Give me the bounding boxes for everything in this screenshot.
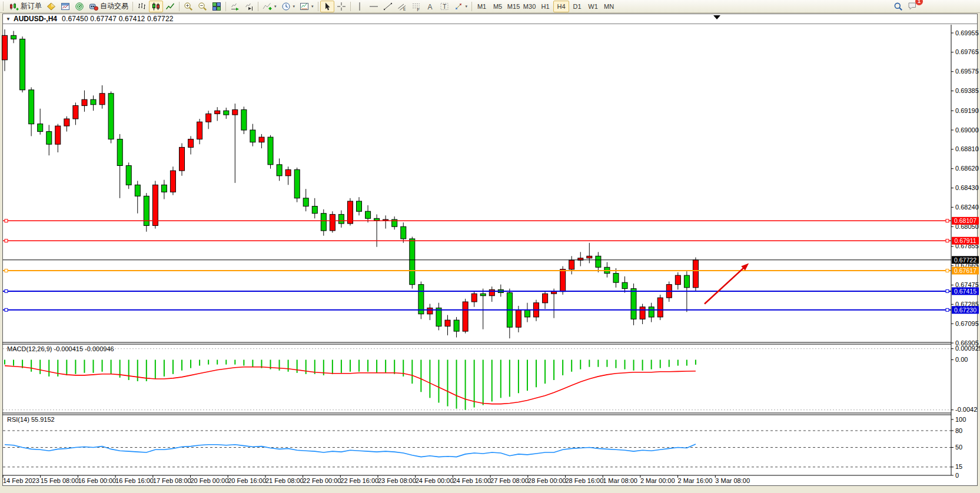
date-axis-label[interactable]: 20 Feb 16:00 bbox=[228, 477, 266, 484]
macd-axis-label: -0.0042 bbox=[955, 406, 977, 413]
timeframe-m1[interactable]: M1 bbox=[474, 1, 490, 12]
profiles-button[interactable] bbox=[44, 1, 58, 12]
date-axis-label[interactable]: 14 Feb 2023 bbox=[3, 477, 39, 484]
svg-text:T: T bbox=[443, 4, 446, 10]
line-handle[interactable] bbox=[946, 308, 949, 311]
timeframe-h1[interactable]: H1 bbox=[537, 1, 553, 12]
indicators-button[interactable]: ▾ bbox=[260, 1, 279, 12]
trendline-tool-button[interactable] bbox=[381, 1, 395, 12]
candle-body bbox=[516, 310, 521, 327]
candle-body bbox=[303, 198, 308, 206]
date-axis-label[interactable]: 28 Feb 16:00 bbox=[566, 477, 604, 484]
candle-body bbox=[401, 226, 406, 239]
timeframe-d1[interactable]: D1 bbox=[569, 1, 585, 12]
timeframe-h4[interactable]: H4 bbox=[553, 1, 569, 12]
templates-button[interactable]: ▾ bbox=[297, 1, 316, 12]
profiles-icon bbox=[46, 2, 56, 11]
date-axis-label[interactable]: 2 Mar 00:00 bbox=[640, 477, 675, 484]
autotrade-button[interactable]: 自动交易 bbox=[87, 1, 131, 12]
pane-resize-handle[interactable] bbox=[2, 413, 951, 415]
timeframe-m5[interactable]: M5 bbox=[490, 1, 506, 12]
date-axis-label[interactable]: 1 Mar 08:00 bbox=[603, 477, 637, 484]
zoom-out-button[interactable] bbox=[195, 1, 210, 12]
candle-body bbox=[684, 275, 689, 288]
price-axis-label: 0.67095 bbox=[955, 320, 979, 327]
date-axis-label[interactable]: 16 Feb 00:00 bbox=[78, 477, 116, 484]
vertical-line-tool-button[interactable] bbox=[353, 1, 367, 12]
date-axis-label[interactable]: 17 Feb 08:00 bbox=[153, 477, 191, 484]
timeframe-m30[interactable]: M30 bbox=[521, 1, 537, 12]
candle-body bbox=[348, 201, 353, 224]
line-handle[interactable] bbox=[5, 219, 8, 222]
new-order-icon bbox=[9, 2, 19, 11]
timeframe-w1[interactable]: W1 bbox=[585, 1, 601, 12]
candle-body bbox=[489, 289, 494, 295]
price-badge-label: 0.68107 bbox=[954, 217, 976, 224]
date-axis-label[interactable]: 22 Feb 00:00 bbox=[303, 477, 341, 484]
zoom-in-button[interactable] bbox=[181, 1, 195, 12]
line-handle[interactable] bbox=[5, 239, 8, 242]
crosshair-button[interactable] bbox=[334, 1, 348, 12]
line-handle[interactable] bbox=[946, 219, 949, 222]
candle-body bbox=[232, 110, 238, 115]
date-axis-label[interactable]: 22 Feb 16:00 bbox=[340, 477, 378, 484]
tile-windows-button[interactable] bbox=[210, 1, 224, 12]
line-handle[interactable] bbox=[5, 289, 8, 292]
line-chart-button[interactable] bbox=[163, 1, 177, 12]
cursor-button[interactable] bbox=[320, 1, 334, 12]
rsi-axis-label: 100 bbox=[955, 416, 966, 423]
line-handle[interactable] bbox=[5, 308, 8, 311]
line-handle[interactable] bbox=[946, 269, 949, 272]
candle-body bbox=[675, 275, 680, 285]
line-handle[interactable] bbox=[946, 289, 949, 292]
date-axis-label[interactable]: 2 Mar 16:00 bbox=[678, 477, 713, 484]
new-chart-button[interactable] bbox=[58, 1, 72, 12]
date-axis-label[interactable]: 23 Feb 08:00 bbox=[378, 477, 416, 484]
text-label-tool-button[interactable]: T bbox=[437, 1, 451, 12]
date-axis-label[interactable]: 3 Mar 08:00 bbox=[715, 477, 750, 484]
candle-body bbox=[374, 218, 380, 221]
timeframe-mn[interactable]: MN bbox=[601, 1, 617, 12]
date-axis-label[interactable]: 24 Feb 16:00 bbox=[453, 477, 491, 484]
date-axis-label[interactable]: 21 Feb 08:00 bbox=[265, 477, 304, 484]
candle-body bbox=[657, 298, 663, 317]
chart-canvas[interactable]: 0.699550.697650.695750.693850.691900.690… bbox=[0, 0, 980, 493]
line-handle[interactable] bbox=[5, 269, 8, 272]
strategy-tester-button[interactable] bbox=[72, 1, 87, 12]
pane-resize-handle[interactable] bbox=[2, 342, 951, 344]
new-order-button[interactable]: 新订单 bbox=[7, 1, 44, 12]
chart-shift-marker[interactable] bbox=[713, 15, 720, 19]
date-axis-label[interactable]: 24 Feb 00:00 bbox=[416, 477, 454, 484]
date-axis-label[interactable]: 15 Feb 08:00 bbox=[41, 477, 79, 484]
macd-axis-label: 0.000925 bbox=[955, 345, 980, 352]
text-tool-button[interactable]: A bbox=[423, 1, 437, 12]
date-axis-label[interactable]: 28 Feb 00:00 bbox=[528, 477, 566, 484]
date-axis-label[interactable]: 16 Feb 16:00 bbox=[115, 477, 154, 484]
svg-text:A: A bbox=[427, 2, 432, 11]
chevron-down-icon: ▾ bbox=[274, 4, 277, 9]
bar-chart-button[interactable] bbox=[135, 1, 149, 12]
equidistant-channel-tool-button[interactable]: E bbox=[395, 1, 409, 12]
date-axis-label[interactable]: 20 Feb 00:00 bbox=[191, 477, 229, 484]
candle-body bbox=[357, 201, 362, 211]
toolbar-grip[interactable] bbox=[3, 2, 5, 11]
auto-scroll-button[interactable] bbox=[228, 1, 242, 12]
trend-arrow[interactable] bbox=[705, 263, 749, 304]
chart-shift-button[interactable] bbox=[242, 1, 256, 12]
timeframe-m15[interactable]: M15 bbox=[506, 1, 521, 12]
toolbar-separator bbox=[350, 2, 351, 11]
fibonacci-tool-button[interactable]: F bbox=[409, 1, 423, 12]
clock-icon bbox=[281, 2, 291, 11]
candlestick-chart-button[interactable] bbox=[149, 1, 163, 12]
horizontal-line-tool-button[interactable] bbox=[367, 1, 381, 12]
line-handle[interactable] bbox=[946, 239, 949, 242]
candle-body bbox=[427, 308, 433, 314]
svg-text:E: E bbox=[403, 6, 406, 11]
price-badge-label: 0.67415 bbox=[954, 288, 976, 295]
toolbar-separator bbox=[471, 2, 472, 11]
periods-button[interactable]: ▾ bbox=[279, 1, 298, 12]
search-button[interactable] bbox=[891, 1, 905, 12]
rsi-axis-label: 15 bbox=[955, 463, 962, 470]
date-axis-label[interactable]: 27 Feb 08:00 bbox=[490, 477, 529, 484]
arrows-tool-button[interactable]: ▾ bbox=[451, 1, 470, 12]
